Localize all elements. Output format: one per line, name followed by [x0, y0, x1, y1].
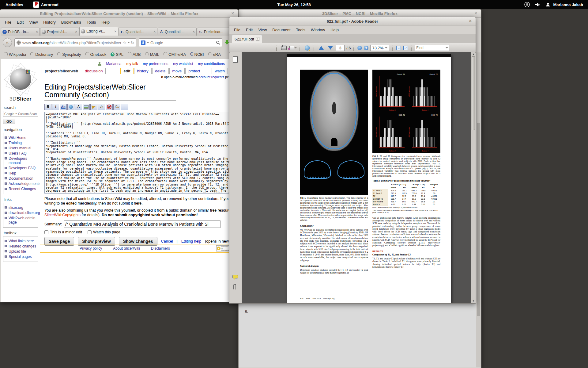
tab-move[interactable]: move: [169, 68, 185, 74]
zoom-level-select[interactable]: 73.7%: [370, 45, 389, 51]
tab-close-icon[interactable]: ✕: [192, 30, 195, 33]
math-formula-icon[interactable]: √n: [98, 104, 105, 110]
tab-quantitative-2[interactable]: A Quantitati... ✕: [158, 28, 197, 36]
active-app-name[interactable]: Acroread: [41, 2, 58, 7]
bookmark-onelook[interactable]: OneLook: [85, 52, 107, 57]
comments-panel-icon[interactable]: [232, 275, 238, 278]
adobe-menu-help[interactable]: Help: [328, 27, 341, 33]
search-magnifier-icon[interactable]: [216, 40, 220, 45]
powered-by-mediawiki-badge[interactable]: Powered by MediaWiki: [216, 245, 229, 251]
media-file-icon[interactable]: [90, 104, 97, 110]
acroread-icon[interactable]: [33, 2, 39, 8]
bookmark-star-icon[interactable]: ☆: [123, 40, 126, 45]
search-input[interactable]: [150, 40, 215, 45]
adobe-menu-file[interactable]: File: [232, 27, 243, 33]
sidebar-item-developers-faq[interactable]: Developers FAQ: [5, 166, 36, 170]
menu-tools[interactable]: Tools: [85, 19, 98, 25]
wiki-search-go-button[interactable]: GO: [3, 119, 15, 124]
adobe-close-icon[interactable]: ✕: [468, 18, 473, 24]
sidebar-item-wiki-home[interactable]: Wiki Home: [5, 136, 36, 140]
headline-icon[interactable]: A: [75, 104, 82, 110]
wikitext-editor[interactable]: ==Quantitative MRI Analysis of Craniofac…: [44, 112, 238, 194]
tab-close-icon[interactable]: ✕: [74, 30, 77, 33]
sidebar-item-special-pages[interactable]: Special pages: [5, 255, 36, 259]
search-bar[interactable]: 8: [139, 38, 222, 47]
tab-close-icon[interactable]: ✕: [153, 30, 156, 33]
adobe-menu-tools[interactable]: Tools: [294, 27, 307, 33]
adobe-menu-document[interactable]: Document: [270, 27, 292, 33]
pages-panel-icon[interactable]: [233, 56, 238, 63]
tab-article[interactable]: projects/slicerweb: [42, 68, 81, 74]
background-window-scrollbar[interactable]: [476, 52, 481, 367]
tab-close-icon[interactable]: ✕: [113, 30, 117, 33]
summary-input[interactable]: [64, 220, 221, 228]
find-box[interactable]: [415, 45, 449, 51]
bookmark-mail[interactable]: MAIL: [145, 52, 159, 57]
page-number-input[interactable]: [336, 45, 345, 51]
sidebar-item-download-slicer[interactable]: download.slicer.org: [5, 211, 36, 215]
privacy-policy-link[interactable]: Privacy policy: [80, 246, 102, 251]
volume-icon[interactable]: [535, 2, 540, 7]
sidebar-item-users-manual[interactable]: Users manual: [5, 146, 36, 150]
url-dropdown-icon[interactable]: [127, 42, 130, 43]
sidebar-item-slicer-org[interactable]: slicer.org: [5, 205, 36, 210]
share-button[interactable]: [289, 44, 297, 52]
account-requests-link[interactable]: account requests: [198, 75, 224, 79]
tab-quantitative-1[interactable]: Є Quantitati... ✕: [119, 28, 157, 36]
attachments-panel-icon[interactable]: [233, 284, 236, 289]
embedded-image-icon[interactable]: [83, 104, 90, 110]
adobe-scrollbar-thumb[interactable]: [472, 56, 475, 130]
url-text[interactable]: www.slicer.org/slicerWiki/index.php?titl…: [22, 40, 121, 45]
watch-page-checkbox[interactable]: [88, 230, 92, 234]
fit-width-button[interactable]: ↔: [396, 46, 401, 50]
wiki-search-input[interactable]: [3, 111, 38, 117]
bookmark-syncplicity[interactable]: Syncplicity: [57, 52, 81, 57]
sidebar-item-help[interactable]: Help: [5, 171, 36, 175]
editing-help-link[interactable]: Editing help: [181, 239, 201, 243]
engine-dropdown-icon[interactable]: [147, 42, 149, 43]
disclaimers-link[interactable]: Disclaimers: [151, 246, 170, 251]
background-window-close-icon[interactable]: ✕: [473, 11, 479, 16]
sidebar-item-recent-changes[interactable]: Recent Changes: [5, 187, 36, 191]
user-page-link[interactable]: Marianna: [106, 62, 122, 66]
tab-edit[interactable]: edit: [120, 68, 133, 74]
bookmark-ncbi[interactable]: ЄNCBI: [190, 52, 204, 57]
url-bar[interactable]: www.slicer.org/slicerWiki/index.php?titl…: [14, 38, 136, 47]
italic-icon[interactable]: I: [52, 104, 59, 110]
tab-projects-slicer[interactable]: Projects/sl... ✕: [40, 28, 79, 36]
download-arrow-icon[interactable]: [225, 40, 229, 45]
background-scrollbar-thumb[interactable]: [477, 123, 480, 316]
watch-page-option[interactable]: Watch this page: [88, 230, 120, 234]
sidebar-item-what-links-here[interactable]: What links here: [5, 239, 36, 243]
scroll-down-icon[interactable]: ▼: [472, 300, 475, 302]
back-button[interactable]: «: [3, 38, 12, 47]
slicer-logo[interactable]: [5, 65, 36, 95]
zoom-in-button[interactable]: +: [364, 46, 368, 50]
copyrights-link[interactable]: SlicerWiki:Copyrights: [44, 213, 81, 217]
bookmark-spl[interactable]: SSPL: [111, 52, 123, 57]
document-tab-622[interactable]: 622.full.pdf x: [232, 35, 262, 43]
adobe-menu-view[interactable]: View: [256, 27, 269, 33]
nowiki-icon[interactable]: W: [106, 104, 113, 110]
sidebar-item-training[interactable]: Training: [5, 141, 36, 145]
zoom-out-button[interactable]: −: [357, 46, 362, 50]
collaboration-button[interactable]: [303, 44, 311, 52]
about-slicerwiki-link[interactable]: About SlicerWiki: [113, 246, 140, 251]
find-input[interactable]: [416, 46, 446, 50]
menu-edit[interactable]: Edit: [15, 19, 26, 25]
accessibility-icon[interactable]: [524, 2, 530, 7]
document-view-area[interactable]: FIG 1. Craniofacial bone marrow segmenta…: [242, 52, 471, 303]
google-engine-icon[interactable]: 8: [141, 40, 145, 45]
adobe-menu-window[interactable]: Window: [309, 27, 327, 33]
menu-view[interactable]: View: [27, 19, 40, 25]
tab-close-icon[interactable]: ✕: [35, 30, 38, 33]
adobe-menu-edit[interactable]: Edit: [244, 27, 255, 33]
sidebar-item-documentation[interactable]: Documentation: [5, 176, 36, 181]
my-preferences-link[interactable]: my preferences: [143, 62, 168, 66]
horizontal-line-icon[interactable]: —: [121, 104, 128, 110]
sidebar-item-developers-manual[interactable]: Developers manual: [5, 156, 36, 165]
bookmark-adb[interactable]: ADB: [128, 52, 141, 57]
reload-icon[interactable]: ↻: [131, 40, 134, 45]
cancel-link[interactable]: Cancel: [161, 239, 173, 243]
tab-pubdb[interactable]: P PubDB - In... ✕: [1, 28, 40, 36]
